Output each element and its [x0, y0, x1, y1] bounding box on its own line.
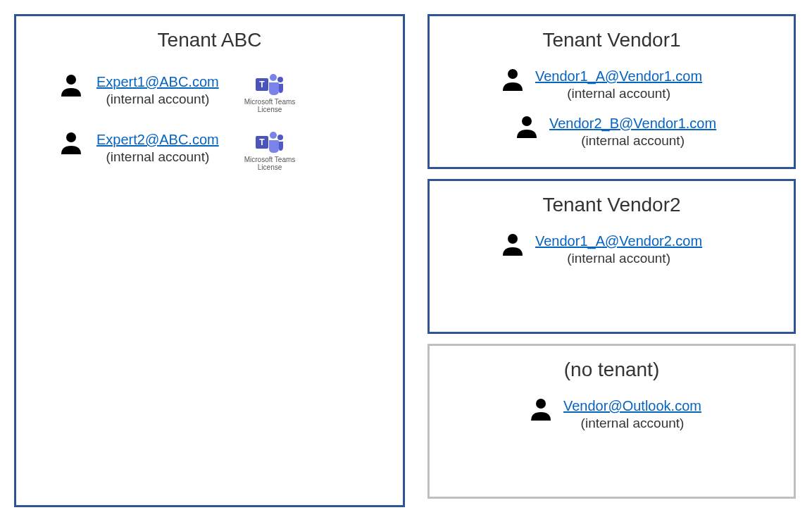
- tenant-abc-column: Tenant ABC Expert1@ABC.com (internal acc…: [14, 14, 405, 508]
- person-icon: [58, 73, 84, 98]
- member-row: Expert1@ABC.com (internal account) Micro…: [58, 73, 382, 113]
- member-row: Expert2@ABC.com (internal account) Micro…: [58, 130, 382, 171]
- member-email-link[interactable]: Vendor1_A@Vendor1.com: [535, 67, 702, 85]
- member-row: Vendor1_A@Vendor1.com (internal account): [500, 67, 773, 103]
- member-text: Vendor1_A@Vendor1.com (internal account): [535, 67, 702, 103]
- member-text: Vendor2_B@Vendor1.com (internal account): [549, 114, 716, 150]
- member-text: Expert2@ABC.com (internal account): [96, 130, 219, 166]
- member-email-link[interactable]: Vendor@Outlook.com: [563, 397, 701, 415]
- tenant-vendor2-box: Tenant Vendor2 Vendor1_A@Vendor2.com (in…: [427, 179, 796, 334]
- member-email-link[interactable]: Vendor1_A@Vendor2.com: [535, 232, 702, 250]
- member-text: Vendor1_A@Vendor2.com (internal account): [535, 232, 702, 268]
- teams-license-label: Microsoft TeamsLicense: [244, 156, 296, 171]
- member-row: Vendor1_A@Vendor2.com (internal account): [500, 232, 773, 268]
- teams-license-badge: Microsoft TeamsLicense: [244, 130, 296, 171]
- person-icon: [58, 130, 84, 156]
- member-text: Vendor@Outlook.com (internal account): [563, 397, 701, 433]
- vendor-tenants-column: Tenant Vendor1 Vendor1_A@Vendor1.com (in…: [427, 14, 796, 508]
- teams-icon: [256, 130, 284, 154]
- tenant-title: Tenant Vendor2: [451, 194, 773, 216]
- member-note: (internal account): [581, 132, 685, 150]
- member-text: Expert1@ABC.com (internal account): [96, 73, 219, 108]
- no-tenant-box: (no tenant) Vendor@Outlook.com (internal…: [427, 344, 796, 499]
- member-note: (internal account): [567, 250, 670, 268]
- person-icon: [500, 67, 525, 92]
- tenant-vendor1-box: Tenant Vendor1 Vendor1_A@Vendor1.com (in…: [427, 14, 796, 169]
- teams-license-badge: Microsoft TeamsLicense: [244, 73, 296, 113]
- member-email-link[interactable]: Expert2@ABC.com: [96, 130, 219, 149]
- person-icon: [514, 114, 539, 139]
- teams-license-label: Microsoft TeamsLicense: [244, 98, 296, 113]
- tenant-title: Tenant ABC: [37, 29, 382, 51]
- person-icon: [528, 397, 554, 422]
- teams-icon: [256, 73, 284, 97]
- member-email-link[interactable]: Vendor2_B@Vendor1.com: [549, 114, 716, 132]
- tenant-title: Tenant Vendor1: [451, 29, 773, 51]
- member-row: Vendor@Outlook.com (internal account): [528, 397, 773, 433]
- person-icon: [500, 232, 525, 257]
- member-note: (internal account): [106, 149, 209, 166]
- member-note: (internal account): [581, 415, 685, 433]
- member-note: (internal account): [106, 91, 209, 108]
- member-note: (internal account): [567, 85, 670, 103]
- tenant-title: (no tenant): [451, 359, 773, 381]
- member-email-link[interactable]: Expert1@ABC.com: [96, 73, 219, 91]
- member-row: Vendor2_B@Vendor1.com (internal account): [514, 114, 773, 150]
- tenant-abc-box: Tenant ABC Expert1@ABC.com (internal acc…: [14, 14, 405, 507]
